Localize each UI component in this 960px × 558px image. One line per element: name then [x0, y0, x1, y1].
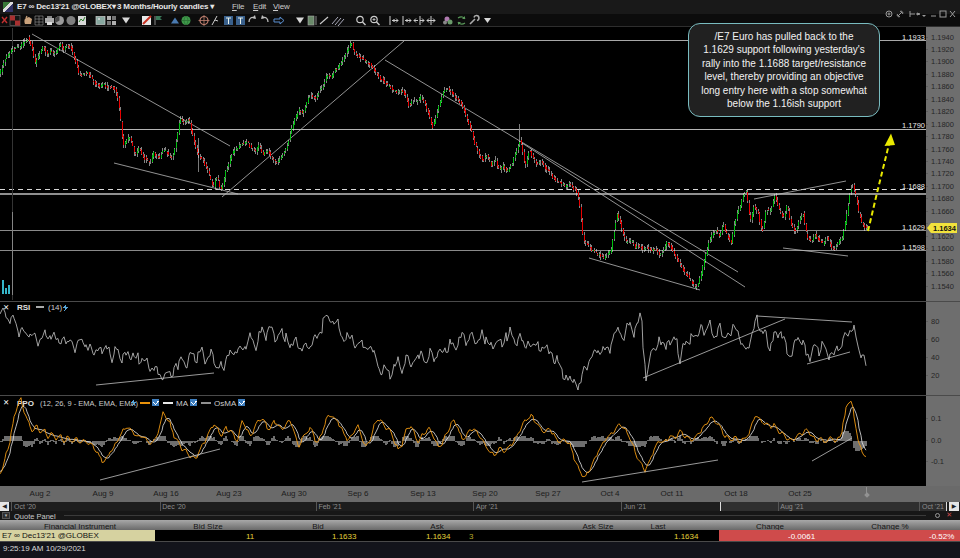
svg-text:RSI: RSI: [17, 303, 30, 312]
svg-text:1.1634: 1.1634: [933, 224, 957, 233]
svg-text:1.1933: 1.1933: [902, 33, 925, 42]
svg-text:MA: MA: [176, 399, 189, 408]
svg-text:1.1940: 1.1940: [931, 33, 954, 42]
svg-text:1.1580: 1.1580: [931, 257, 954, 266]
svg-text:1.1920: 1.1920: [931, 45, 954, 54]
svg-text:60: 60: [931, 335, 939, 344]
svg-text:1.1680: 1.1680: [931, 194, 954, 203]
svg-text:1.1688: 1.1688: [902, 182, 925, 191]
svg-text:✕: ✕: [3, 398, 9, 407]
svg-text:1.1720: 1.1720: [931, 169, 954, 178]
svg-text:OsMA: OsMA: [214, 399, 237, 408]
svg-text:1.1840: 1.1840: [931, 95, 954, 104]
svg-text:1.1860: 1.1860: [931, 82, 954, 91]
svg-text:1.1790: 1.1790: [902, 121, 925, 130]
svg-text:-0.1: -0.1: [931, 457, 944, 466]
svg-text:1.1598: 1.1598: [902, 243, 925, 252]
svg-text:1.1620: 1.1620: [931, 232, 954, 241]
svg-text:0.1: 0.1: [931, 414, 941, 423]
svg-text:1.1700: 1.1700: [931, 182, 954, 191]
svg-text:1.1780: 1.1780: [931, 132, 954, 141]
svg-text:(14): (14): [48, 303, 63, 312]
svg-text:1.1540: 1.1540: [931, 282, 954, 291]
svg-text:(12, 26, 9 - EMA, EMA, EMA): (12, 26, 9 - EMA, EMA, EMA): [40, 399, 138, 408]
svg-text:40: 40: [931, 353, 939, 362]
svg-text:1.1820: 1.1820: [931, 107, 954, 116]
svg-text:20: 20: [931, 371, 939, 380]
svg-text:1.1600: 1.1600: [931, 244, 954, 253]
svg-text:1.1660: 1.1660: [931, 207, 954, 216]
svg-text:1.1740: 1.1740: [931, 157, 954, 166]
svg-text:1.1760: 1.1760: [931, 145, 954, 154]
svg-text:1.1900: 1.1900: [931, 57, 954, 66]
svg-text:1.1880: 1.1880: [931, 70, 954, 79]
svg-text:0.0: 0.0: [931, 436, 941, 445]
svg-text:1.1560: 1.1560: [931, 269, 954, 278]
svg-text:1.1629: 1.1629: [902, 223, 925, 232]
svg-text:80: 80: [931, 317, 939, 326]
svg-text:1.1800: 1.1800: [931, 120, 954, 129]
